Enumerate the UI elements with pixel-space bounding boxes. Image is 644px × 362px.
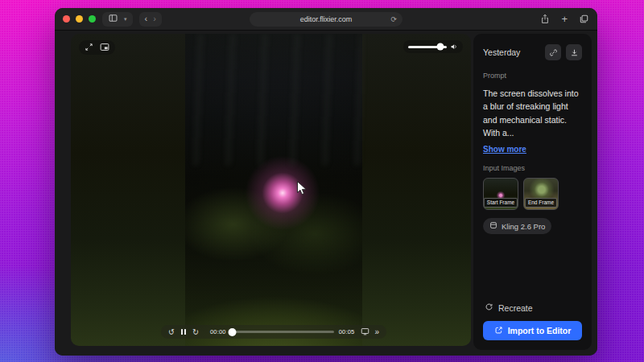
step-forward-icon[interactable]: ↻	[192, 328, 199, 336]
prompt-label: Prompt	[483, 72, 582, 80]
history-date-label: Yesterday	[483, 47, 520, 57]
chevron-down-icon: ▾	[124, 16, 127, 23]
input-image-thumbnails: Start Frame End Frame	[483, 178, 582, 210]
history-actions	[545, 44, 582, 60]
close-window-button[interactable]	[63, 15, 70, 23]
volume-knob[interactable]	[437, 43, 444, 51]
tab-overview-button[interactable]	[579, 14, 589, 24]
export-icon	[494, 326, 503, 336]
address-bar[interactable]: editor.flixier.com ⟳	[250, 12, 402, 27]
download-button[interactable]	[566, 44, 582, 60]
editor-page: ↺ ↻ 00:00 00:05 »	[55, 31, 597, 356]
start-frame-label: Start Frame	[484, 198, 518, 208]
import-to-editor-button[interactable]: Import to Editor	[483, 321, 582, 340]
picture-in-picture-icon[interactable]	[100, 40, 109, 55]
prompt-text: The screen dissolves into a blur of stre…	[483, 87, 582, 139]
current-time: 00:00	[210, 328, 226, 335]
model-icon	[489, 221, 497, 231]
video-player-panel: ↺ ↻ 00:00 00:05 »	[71, 34, 471, 346]
back-button[interactable]: ‹	[145, 14, 148, 23]
sidebar-icon	[108, 12, 118, 27]
browser-window: ▾ ‹ › editor.flixier.com ⟳ +	[55, 8, 597, 356]
controls-right: »	[361, 327, 379, 337]
copy-link-button[interactable]	[545, 44, 561, 60]
nav-buttons: ‹ ›	[139, 12, 162, 27]
import-button-label: Import to Editor	[508, 326, 572, 335]
forest-trees-texture	[185, 34, 362, 165]
refresh-icon	[485, 302, 493, 313]
model-badge[interactable]: Kling 2.6 Pro	[483, 218, 551, 234]
duration-time: 00:05	[339, 328, 355, 335]
playhead-knob[interactable]	[228, 328, 236, 336]
show-more-link[interactable]: Show more	[483, 145, 582, 154]
new-tab-button[interactable]: +	[561, 14, 568, 24]
forward-button[interactable]: ›	[153, 14, 156, 23]
url-text: editor.flixier.com	[300, 15, 353, 23]
generation-sidebar: Yesterday Pr	[473, 34, 592, 350]
end-frame-label: End Frame	[525, 198, 557, 208]
fullscreen-icon[interactable]	[85, 40, 93, 55]
model-badge-label: Kling 2.6 Pro	[502, 222, 545, 231]
mouse-cursor	[296, 181, 308, 199]
sidebar-toggle[interactable]: ▾	[102, 12, 133, 27]
zoom-window-button[interactable]	[89, 15, 96, 23]
toolbar-right: +	[540, 14, 589, 24]
replay-icon[interactable]: ↺	[168, 328, 175, 336]
volume-control[interactable]	[403, 40, 463, 53]
display-pip-icon[interactable]	[361, 327, 369, 337]
start-frame-thumbnail[interactable]: Start Frame	[483, 178, 518, 210]
share-button[interactable]	[540, 14, 550, 24]
browser-toolbar: ▾ ‹ › editor.flixier.com ⟳ +	[55, 8, 597, 31]
end-frame-thumbnail[interactable]: End Frame	[523, 178, 559, 210]
video-preview[interactable]	[185, 34, 362, 346]
minimize-window-button[interactable]	[76, 15, 83, 23]
speed-fast-forward-icon[interactable]: »	[374, 328, 379, 336]
input-images-label: Input Images	[483, 164, 582, 172]
recreate-label: Recreate	[498, 303, 533, 313]
player-view-controls	[79, 40, 115, 55]
recreate-button[interactable]: Recreate	[485, 302, 582, 313]
volume-slider[interactable]	[408, 46, 447, 48]
speaker-icon[interactable]	[450, 39, 458, 54]
pause-button[interactable]	[181, 329, 186, 335]
reload-icon[interactable]: ⟳	[390, 15, 397, 23]
traffic-lights	[63, 15, 96, 23]
seek-bar[interactable]	[230, 331, 334, 333]
playback-controls: ↺ ↻ 00:00 00:05 »	[161, 325, 386, 339]
